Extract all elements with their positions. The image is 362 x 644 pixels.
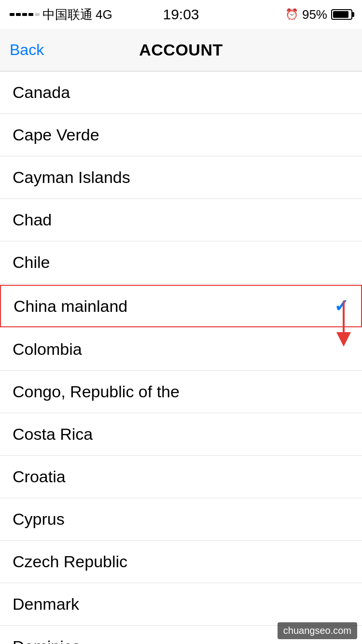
list-item[interactable]: Chile xyxy=(0,241,362,284)
country-name-label: Chad xyxy=(13,210,52,229)
list-item[interactable]: Cape Verde xyxy=(0,114,362,156)
status-left: 中国联通 4G xyxy=(10,6,112,23)
list-item[interactable]: Cayman Islands xyxy=(0,156,362,199)
page-title: ACCOUNT xyxy=(139,41,223,59)
red-arrow-annotation xyxy=(329,301,358,349)
list-item[interactable]: Cyprus xyxy=(0,498,362,541)
country-name-label: Colombia xyxy=(13,340,82,359)
list-item[interactable]: Czech Republic xyxy=(0,541,362,583)
country-name-label: Czech Republic xyxy=(13,552,127,571)
list-item[interactable]: Congo, Republic of the xyxy=(0,371,362,413)
country-name-label: Cyprus xyxy=(13,510,65,529)
signal-icon xyxy=(10,13,40,16)
network-label: 4G xyxy=(96,7,112,22)
country-name-label: Denmark xyxy=(13,595,79,614)
time-label: 19:03 xyxy=(163,6,199,23)
country-name-label: Croatia xyxy=(13,467,66,486)
country-name-label: Dominica xyxy=(13,637,81,644)
svg-marker-1 xyxy=(336,332,351,347)
list-item[interactable]: Canada xyxy=(0,71,362,114)
country-name-label: Costa Rica xyxy=(13,425,93,444)
status-right: ⏰ 95% xyxy=(285,7,352,22)
watermark: chuangseo.com xyxy=(278,622,357,639)
battery-percentage: 95% xyxy=(302,7,327,22)
list-item[interactable]: Denmark xyxy=(0,583,362,626)
country-name-label: Congo, Republic of the xyxy=(13,382,180,401)
list-item[interactable]: China mainland✓ xyxy=(0,285,362,327)
battery-icon xyxy=(331,9,352,20)
carrier-label: 中国联通 xyxy=(42,6,93,23)
nav-bar: Back ACCOUNT xyxy=(0,29,362,71)
country-name-label: Chile xyxy=(13,253,50,272)
country-name-label: China mainland xyxy=(14,297,127,316)
list-item[interactable]: Chad xyxy=(0,199,362,241)
list-item[interactable]: Costa Rica xyxy=(0,413,362,456)
status-bar: 中国联通 4G 19:03 ⏰ 95% xyxy=(0,0,362,29)
list-item[interactable]: Colombia xyxy=(0,328,362,371)
country-list: CanadaCape VerdeCayman IslandsChadChileC… xyxy=(0,71,362,644)
list-item[interactable]: Croatia xyxy=(0,456,362,498)
country-name-label: Cayman Islands xyxy=(13,168,130,187)
alarm-icon: ⏰ xyxy=(285,8,298,21)
country-name-label: Canada xyxy=(13,83,70,102)
back-button[interactable]: Back xyxy=(10,41,44,59)
country-name-label: Cape Verde xyxy=(13,126,99,144)
